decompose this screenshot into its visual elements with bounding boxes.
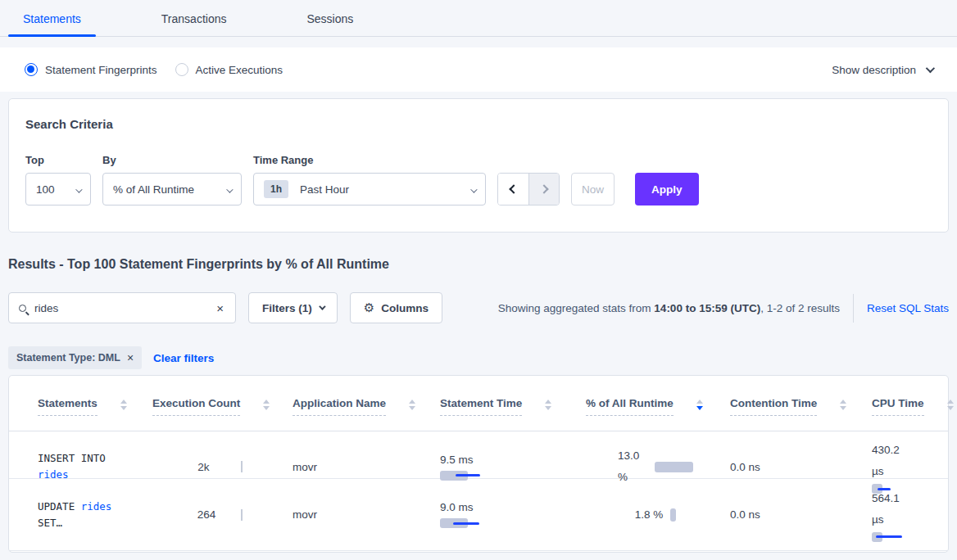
column-header-application-name: Application Name xyxy=(293,376,440,431)
results-summary: Showing aggregated stats from 14:00 to 1… xyxy=(498,302,840,314)
radio-active-executions[interactable]: Active Executions xyxy=(175,63,283,76)
time-range-arrows xyxy=(497,173,560,205)
sort-icon[interactable] xyxy=(545,400,551,410)
application-name-value: movr xyxy=(293,508,435,521)
contention-time-value: 0.0 ns xyxy=(730,508,867,521)
apply-button[interactable]: Apply xyxy=(635,173,699,205)
sort-icon[interactable] xyxy=(263,400,270,410)
cpu-time-bar xyxy=(872,532,905,542)
remove-filter-icon[interactable]: × xyxy=(127,351,134,364)
columns-button[interactable]: ⚙ Columns xyxy=(350,292,442,323)
tab-transactions[interactable]: Transactions xyxy=(147,2,242,36)
chevron-down-icon xyxy=(319,303,325,309)
column-header-contention-time: Contention Time xyxy=(730,376,872,431)
statement-cell: UPDATE rides SET… xyxy=(9,479,152,550)
time-range-select[interactable]: 1h Past Hour xyxy=(253,173,486,205)
sort-icon[interactable] xyxy=(840,400,846,410)
summary-suffix: , 1-2 of 2 results xyxy=(760,302,840,314)
statement-time-bar xyxy=(440,471,489,481)
show-description-toggle[interactable]: Show description xyxy=(832,64,932,76)
filters-button-label: Filters (1) xyxy=(262,302,312,314)
chevron-right-icon xyxy=(539,184,548,193)
gear-icon: ⚙ xyxy=(364,300,374,315)
sort-icon[interactable] xyxy=(120,400,127,410)
show-description-label: Show description xyxy=(832,64,916,76)
now-button[interactable]: Now xyxy=(571,173,615,205)
page-bottom-margin xyxy=(0,553,957,560)
sql-table-link[interactable]: rides xyxy=(81,500,112,513)
chevron-down-icon xyxy=(75,186,82,192)
summary-time-range: 14:00 to 15:59 (UTC) xyxy=(654,302,760,314)
tab-statements[interactable]: Statements xyxy=(8,2,96,36)
sort-icon[interactable] xyxy=(409,400,415,410)
sort-icon-active-desc[interactable] xyxy=(696,400,703,410)
top-select-value: 100 xyxy=(36,183,55,196)
view-toggle-bar: Statement Fingerprints Active Executions… xyxy=(0,47,957,92)
column-header-pct-of-all-runtime: % of All Runtime xyxy=(586,376,730,431)
statement-time-cell: 9.0 ms xyxy=(440,479,586,550)
column-header-statement-time: Statement Time xyxy=(440,376,586,431)
statement-search-box[interactable]: × xyxy=(8,292,236,323)
statement-time-value: 9.5 ms xyxy=(440,454,581,466)
filter-chip-label: Statement Type: DML xyxy=(16,352,120,364)
sql-text: UPDATE xyxy=(38,500,75,513)
clear-search-icon[interactable]: × xyxy=(215,301,225,315)
time-range-next-button[interactable] xyxy=(528,174,559,205)
column-header-label[interactable]: Contention Time xyxy=(730,397,817,416)
top-select[interactable]: 100 xyxy=(25,173,91,205)
column-header-label[interactable]: Statements xyxy=(38,397,98,416)
reset-sql-stats-wrap: Reset SQL Stats xyxy=(853,294,949,323)
columns-button-label: Columns xyxy=(381,302,429,314)
pct-runtime-bar xyxy=(655,462,693,472)
filter-chip-statement-type: Statement Type: DML × xyxy=(8,346,142,369)
radio-statement-fingerprints[interactable]: Statement Fingerprints xyxy=(25,63,157,76)
pct-runtime-cell: 1.8 % xyxy=(586,479,730,550)
radio-unselected-icon[interactable] xyxy=(175,63,188,76)
results-heading: Results - Top 100 Statement Fingerprints… xyxy=(8,257,949,272)
column-header-label[interactable]: % of All Runtime xyxy=(586,397,674,416)
contention-time-value: 0.0 ns xyxy=(730,461,867,473)
filter-chip-row: Statement Type: DML × Clear filters xyxy=(8,346,949,369)
search-icon xyxy=(19,305,26,312)
time-range-prev-button[interactable] xyxy=(498,174,528,205)
radio-selected-icon[interactable] xyxy=(25,63,38,76)
contention-time-cell: 0.0 ns xyxy=(730,479,872,550)
radio-statement-fingerprints-label: Statement Fingerprints xyxy=(45,64,157,76)
search-input[interactable] xyxy=(34,302,215,314)
table-header-row: Statements Execution Count Application N… xyxy=(9,376,948,431)
top-field: Top 100 xyxy=(25,154,91,205)
column-header-label[interactable]: CPU Time xyxy=(872,397,924,416)
statement-time-value: 9.0 ms xyxy=(440,501,581,513)
search-criteria-card: Search Criteria Top 100 By % of All Runt… xyxy=(8,98,949,233)
column-header-execution-count: Execution Count xyxy=(152,376,293,431)
filters-button[interactable]: Filters (1) xyxy=(248,292,338,323)
sql-text: SET… xyxy=(38,517,62,529)
pct-runtime-bar xyxy=(670,508,676,522)
time-range-field: Time Range 1h Past Hour xyxy=(253,154,486,205)
execution-count-value: 264 xyxy=(197,508,216,521)
execution-count-bar xyxy=(241,509,243,521)
by-select[interactable]: % of All Runtime xyxy=(102,173,242,205)
sort-icon[interactable] xyxy=(947,400,954,410)
column-header-label[interactable]: Execution Count xyxy=(152,397,240,416)
pct-runtime-value: 1.8 % xyxy=(635,508,664,521)
statements-table-card: Statements Execution Count Application N… xyxy=(8,375,949,553)
time-range-value: Past Hour xyxy=(300,183,349,196)
by-label: By xyxy=(102,154,242,166)
by-select-value: % of All Runtime xyxy=(113,183,194,196)
time-range-label: Time Range xyxy=(253,154,486,166)
time-range-badge: 1h xyxy=(264,180,288,198)
column-header-label[interactable]: Statement Time xyxy=(440,397,522,416)
column-header-cpu-time: CPU Time xyxy=(872,376,957,431)
cpu-time-bar xyxy=(872,484,905,494)
cpu-time-value: 564.1 µs xyxy=(872,488,909,531)
reset-sql-stats-link[interactable]: Reset SQL Stats xyxy=(867,302,949,314)
chevron-down-icon xyxy=(926,64,935,73)
table-row[interactable]: UPDATE rides SET… 264 movr 9.0 ms 1.8 % … xyxy=(9,479,948,551)
clear-filters-link[interactable]: Clear filters xyxy=(153,352,214,364)
cpu-time-value: 430.2 µs xyxy=(872,440,909,482)
table-row[interactable]: INSERT INTO rides 2k movr 9.5 ms 13.0 % … xyxy=(9,431,948,479)
top-tab-bar: Statements Transactions Sessions xyxy=(0,0,957,37)
tab-sessions[interactable]: Sessions xyxy=(292,2,368,36)
column-header-label[interactable]: Application Name xyxy=(293,397,386,416)
